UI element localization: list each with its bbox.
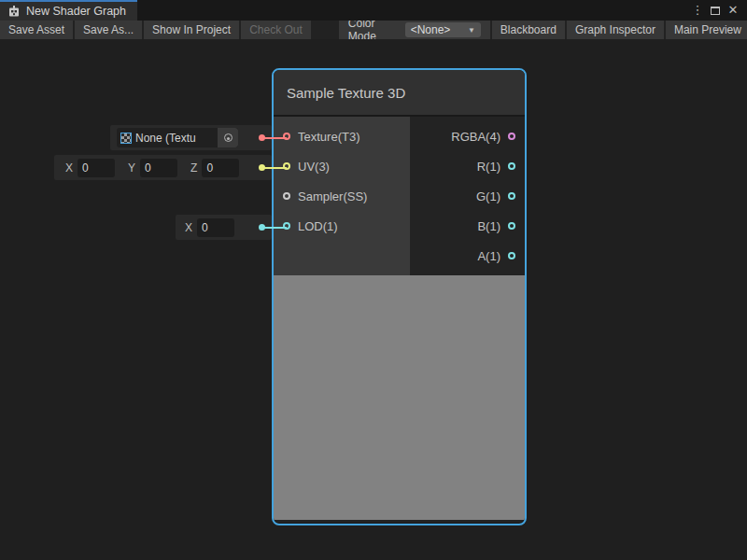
check-out-button: Check Out xyxy=(241,21,311,39)
uv-z-field[interactable] xyxy=(202,159,239,177)
output-row-b: B(1) xyxy=(410,211,525,241)
uv-y-field[interactable] xyxy=(140,159,177,177)
node-input-column: Texture(T3) UV(3) Sampler(SS) LOD(1) xyxy=(274,117,410,275)
color-mode-dropdown[interactable]: <None> ▼ xyxy=(405,22,481,37)
port-label: B(1) xyxy=(477,219,500,233)
node-body: Texture(T3) UV(3) Sampler(SS) LOD(1) xyxy=(274,117,525,275)
port-r-output[interactable] xyxy=(508,162,515,170)
uv-default-widget: X Y Z xyxy=(54,155,272,180)
z-axis-label: Z xyxy=(190,161,197,175)
graph-canvas[interactable]: Sample Texture 3D Texture(T3) UV(3) Samp… xyxy=(0,39,747,560)
output-row-r: R(1) xyxy=(410,151,525,181)
color-mode-value: <None> xyxy=(411,23,451,36)
port-sampler-input[interactable] xyxy=(283,192,290,200)
output-row-a: A(1) xyxy=(410,241,525,271)
object-picker-button[interactable] xyxy=(218,128,238,147)
x-axis-label: X xyxy=(185,221,192,234)
port-label: RGBA(4) xyxy=(451,130,500,144)
port-a-output[interactable] xyxy=(508,252,515,259)
tab-new-shader-graph[interactable]: New Shader Graph xyxy=(0,0,137,21)
port-label: A(1) xyxy=(477,249,500,263)
save-asset-button[interactable]: Save Asset xyxy=(0,21,73,39)
node-header[interactable]: Sample Texture 3D xyxy=(274,70,525,117)
texture-object-value: None (Textu xyxy=(135,132,218,145)
window-controls: ⋮ ✕ xyxy=(691,0,747,21)
input-row-sampler: Sampler(SS) xyxy=(274,181,410,211)
port-label: Sampler(SS) xyxy=(298,189,367,203)
texture-object-field[interactable]: None (Textu xyxy=(117,128,238,147)
blackboard-button[interactable]: Blackboard xyxy=(492,21,565,39)
output-row-g: G(1) xyxy=(410,181,525,211)
port-label: G(1) xyxy=(476,189,500,203)
port-label: Texture(T3) xyxy=(298,130,359,144)
port-g-output[interactable] xyxy=(508,192,515,200)
input-row-lod: LOD(1) xyxy=(274,211,410,241)
texture-thumbnail-icon xyxy=(120,133,132,144)
shader-graph-icon xyxy=(7,5,21,18)
save-as-button[interactable]: Save As... xyxy=(75,21,142,39)
main-preview-button[interactable]: Main Preview xyxy=(666,21,747,39)
node-title: Sample Texture 3D xyxy=(287,85,405,101)
port-label: LOD(1) xyxy=(298,219,338,233)
menu-icon[interactable]: ⋮ xyxy=(691,4,704,17)
texture-wire xyxy=(261,137,287,139)
show-in-project-button[interactable]: Show In Project xyxy=(144,21,239,39)
close-icon[interactable]: ✕ xyxy=(726,4,740,17)
toolbar-right-group: Blackboard Graph Inspector Main Preview xyxy=(492,21,747,39)
chevron-down-icon: ▼ xyxy=(468,26,475,35)
window-titlebar: New Shader Graph ⋮ ✕ xyxy=(0,0,747,21)
toolbar: Save Asset Save As... Show In Project Ch… xyxy=(0,21,747,39)
port-rgba-output[interactable] xyxy=(508,133,515,140)
node-output-column: RGBA(4) R(1) G(1) B(1) xyxy=(410,117,525,275)
object-picker-icon xyxy=(224,133,233,142)
lod-x-field[interactable] xyxy=(197,218,234,237)
shader-graph-window: New Shader Graph ⋮ ✕ Save Asset Save As.… xyxy=(0,0,747,560)
node-preview xyxy=(274,275,525,520)
y-axis-label: Y xyxy=(128,161,135,175)
lod-default-widget: X xyxy=(176,215,272,240)
port-label: R(1) xyxy=(477,160,500,174)
maximize-icon[interactable] xyxy=(711,7,720,15)
texture-default-widget: None (Textu xyxy=(110,125,272,150)
tab-title: New Shader Graph xyxy=(26,5,126,18)
port-b-output[interactable] xyxy=(508,222,515,230)
input-row-uv: UV(3) xyxy=(274,151,410,181)
input-row-texture: Texture(T3) xyxy=(274,121,410,151)
color-mode-group: Color Mode <None> ▼ xyxy=(339,21,490,39)
port-label: UV(3) xyxy=(298,160,330,174)
node-sample-texture-3d[interactable]: Sample Texture 3D Texture(T3) UV(3) Samp… xyxy=(272,68,527,525)
uv-x-field[interactable] xyxy=(78,159,115,177)
uv-wire xyxy=(261,167,287,169)
output-row-rgba: RGBA(4) xyxy=(410,121,525,151)
x-axis-label: X xyxy=(65,161,73,175)
lod-wire xyxy=(261,227,287,229)
graph-inspector-button[interactable]: Graph Inspector xyxy=(567,21,664,39)
